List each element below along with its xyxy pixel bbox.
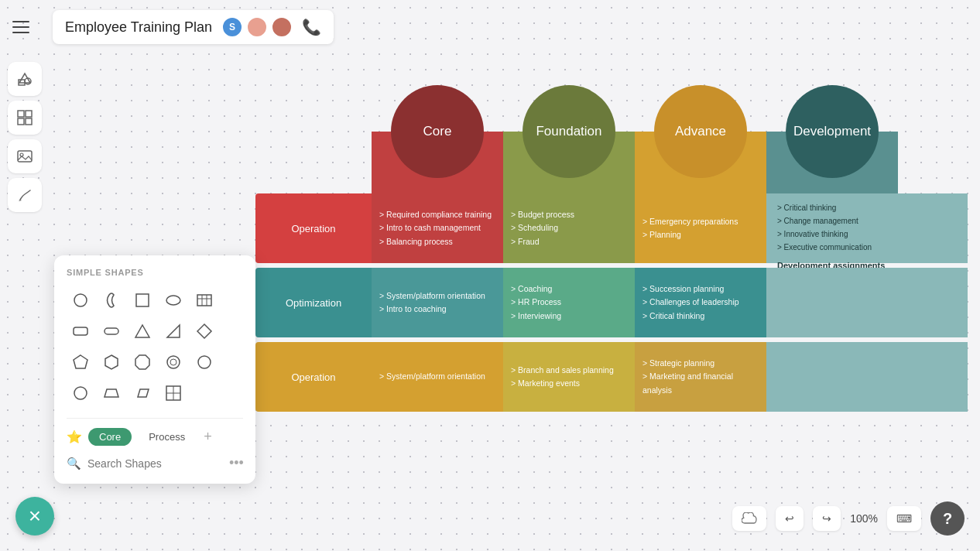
shape-pentagon[interactable]	[67, 348, 94, 376]
shape-small-circle[interactable]	[67, 379, 94, 407]
shape-tabs-row: ⭐ Core Process +	[67, 418, 243, 446]
shape-crescent[interactable]	[98, 286, 125, 314]
row1-cell-foundation: > Budget process > Scheduling > Fraud	[503, 193, 635, 263]
tab-core[interactable]: Core	[88, 428, 132, 446]
svg-rect-16	[105, 328, 118, 334]
row2-label: Optimization	[255, 268, 372, 337]
more-options-button[interactable]: •••	[229, 455, 244, 471]
bottom-toolbar: ↩ ↪ 100% ⌨ ?	[732, 501, 965, 536]
svg-marker-21	[105, 355, 118, 369]
circle-core: Core	[391, 85, 484, 178]
top-bar: Employee Training Plan S 📞	[0, 0, 980, 54]
phone-icon[interactable]: 📞	[302, 18, 321, 36]
shape-empty-2	[221, 317, 249, 345]
shape-circle[interactable]	[67, 286, 94, 314]
shapes-tool-button[interactable]	[8, 62, 42, 96]
grid-tool-button[interactable]	[8, 101, 42, 135]
svg-marker-22	[135, 355, 149, 369]
tab-process[interactable]: Process	[138, 428, 196, 446]
shape-grid[interactable]	[159, 379, 187, 407]
row-optimization: Optimization > System/platform orientati…	[255, 268, 968, 337]
document-title: Employee Training Plan	[65, 19, 212, 36]
cloud-save-button[interactable]	[732, 506, 766, 531]
svg-point-23	[167, 356, 180, 368]
search-icon: 🔍	[67, 457, 81, 471]
svg-marker-20	[74, 355, 87, 368]
shape-empty-3	[221, 348, 249, 376]
row3-cell-advance: > Strategic planning > Marketing and fin…	[635, 342, 766, 412]
avatars-group: S	[221, 16, 293, 38]
shapes-grid	[67, 286, 243, 407]
row3-cell-foundation: > Branch and sales planning > Marketing …	[503, 342, 635, 412]
fab-button[interactable]: ×	[15, 497, 54, 536]
shape-diamond[interactable]	[190, 317, 218, 345]
svg-rect-15	[74, 327, 87, 335]
svg-rect-11	[197, 295, 211, 306]
help-button[interactable]: ?	[930, 501, 965, 536]
svg-point-24	[170, 359, 176, 365]
redo-button[interactable]: ↪	[813, 506, 841, 531]
menu-button[interactable]	[12, 12, 43, 43]
row-operation-2: Operation > System/platform orientation …	[255, 342, 968, 412]
avatar-2	[271, 16, 293, 38]
diagram-container: Core Foundation Advance Development	[255, 85, 968, 457]
shape-square[interactable]	[128, 286, 156, 314]
shapes-panel: SIMPLE SHAPES	[54, 255, 255, 484]
keyboard-button[interactable]: ⌨	[887, 506, 921, 531]
title-box: Employee Training Plan S 📞	[53, 10, 334, 44]
search-row: 🔍 •••	[67, 455, 243, 471]
svg-point-10	[166, 296, 180, 305]
shape-parallelogram[interactable]	[128, 379, 156, 407]
svg-marker-17	[135, 325, 149, 337]
svg-marker-28	[138, 389, 149, 397]
svg-rect-6	[18, 151, 32, 162]
shape-pill[interactable]	[98, 317, 125, 345]
row2-cell-advance: > Succession planning > Challenges of le…	[635, 268, 766, 337]
shape-empty-1	[221, 286, 249, 314]
avatar-1	[246, 16, 268, 38]
left-sidebar	[8, 62, 42, 212]
shape-ellipse[interactable]	[159, 286, 187, 314]
shape-right-triangle[interactable]	[159, 317, 187, 345]
row3-label: Operation	[255, 342, 372, 412]
search-input[interactable]	[87, 457, 223, 470]
svg-marker-27	[105, 389, 118, 397]
row2-cell-core: > System/platform orientation > Intro to…	[372, 268, 503, 337]
svg-rect-9	[136, 294, 149, 306]
row2-dev-panel	[766, 268, 968, 337]
rows-container: Operation > Required compliance training…	[255, 193, 968, 416]
shape-circle-outline[interactable]	[159, 348, 187, 376]
shape-table[interactable]	[190, 286, 218, 314]
shape-rounded-rect[interactable]	[67, 317, 94, 345]
row1-cell-core: > Required compliance training > Intro t…	[372, 193, 503, 263]
shape-triangle[interactable]	[128, 317, 156, 345]
row1-cell-advance: > Emergency preparations > Planning	[635, 193, 766, 263]
shape-decagon[interactable]	[190, 348, 218, 376]
shapes-section-label: SIMPLE SHAPES	[67, 268, 243, 277]
shape-octagon[interactable]	[128, 348, 156, 376]
zoom-level: 100%	[850, 512, 878, 525]
svg-marker-18	[167, 325, 180, 337]
svg-rect-3	[26, 111, 32, 117]
shape-trapezoid[interactable]	[98, 379, 125, 407]
image-tool-button[interactable]	[8, 139, 42, 173]
svg-point-8	[74, 294, 87, 306]
avatar-s: S	[221, 16, 243, 38]
svg-rect-2	[18, 111, 24, 117]
undo-button[interactable]: ↩	[776, 506, 804, 531]
svg-marker-19	[197, 324, 211, 338]
circle-advance: Advance	[654, 85, 747, 178]
row-operation-1: Operation > Required compliance training…	[255, 193, 968, 263]
tab-star-icon[interactable]: ⭐	[67, 430, 82, 444]
row3-dev-panel	[766, 342, 968, 412]
shape-hexagon[interactable]	[98, 348, 125, 376]
row2-cell-foundation: > Coaching > HR Process > Interviewing	[503, 268, 635, 337]
row1-dev-panel: > Critical thinking > Change management …	[766, 193, 968, 263]
svg-point-25	[198, 356, 211, 368]
row1-label: Operation	[255, 193, 372, 263]
circle-foundation: Foundation	[523, 85, 615, 178]
tab-add-button[interactable]: +	[204, 429, 212, 445]
drawing-tool-button[interactable]	[8, 178, 42, 212]
svg-rect-4	[18, 118, 24, 125]
svg-rect-5	[26, 118, 32, 125]
